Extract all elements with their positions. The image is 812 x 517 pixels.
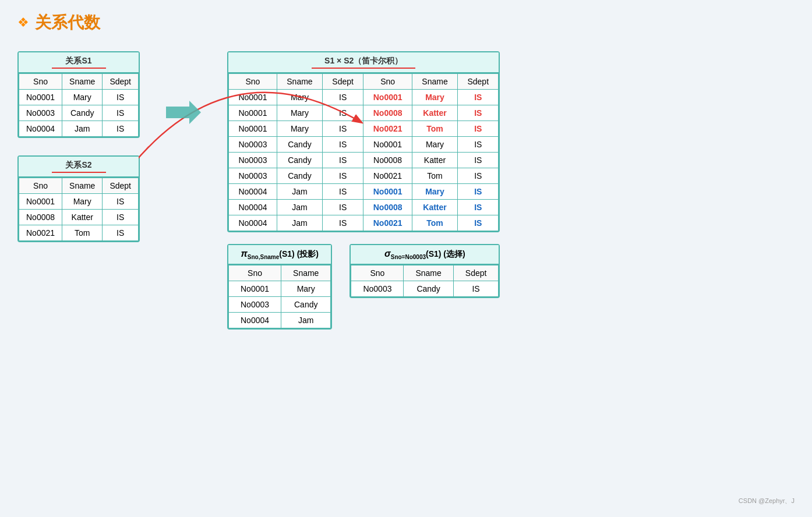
product-data-table: Sno Sname Sdept Sno Sname Sdept No0001Ma… (228, 73, 499, 231)
prod-h5: Sname (412, 74, 457, 90)
right-area: S1 × S2（笛卡尔积） Sno Sname Sdept Sno Sname … (227, 51, 500, 330)
svg-marker-0 (166, 101, 201, 124)
product-title: S1 × S2（笛卡尔积） (228, 52, 499, 73)
watermark: CSDN @Zephyr、J (739, 497, 795, 505)
sel-h3: Sdept (453, 265, 499, 281)
table-row: No0003Candy (229, 296, 331, 312)
product-table: S1 × S2（笛卡尔积） Sno Sname Sdept Sno Sname … (227, 51, 500, 232)
main-layout: 关系S1 Sno Sname Sdept No0001MaryISNo0003C… (17, 51, 795, 330)
selection-title: σSno=No0003(S1) (选择) (351, 245, 499, 265)
bottom-tables: πSno,Sname(S1) (投影) Sno Sname No0001Mary… (227, 244, 500, 330)
prod-h6: Sdept (458, 74, 499, 90)
projection-title: πSno,Sname(S1) (投影) (228, 245, 331, 265)
title-icon: ❖ (17, 15, 29, 30)
projection-formula: πSno,Sname(S1) (投影) (241, 249, 319, 258)
selection-data-table: Sno Sname Sdept No0003CandyIS (351, 265, 499, 297)
page-title: 关系代数 (35, 12, 100, 34)
right-arrow (163, 98, 204, 127)
s1-col-sname: Sname (62, 74, 103, 90)
table-row: No0004JamISNo0008KatterIS (229, 200, 499, 215)
table-row: No0003CandyISNo0001MaryIS (229, 137, 499, 153)
proj-h2: Sname (281, 265, 331, 281)
table-row: No0001MaryIS (19, 194, 139, 210)
s1-title: 关系S1 (19, 52, 139, 73)
table-row: No0004JamISNo0001MaryIS (229, 184, 499, 200)
s1-title-underline (52, 68, 106, 69)
prod-h3: Sdept (323, 74, 363, 90)
s1-table: 关系S1 Sno Sname Sdept No0001MaryISNo0003C… (17, 51, 140, 138)
table-row: No0003CandyIS (351, 281, 499, 296)
selection-table: σSno=No0003(S1) (选择) Sno Sname Sdept No0… (349, 244, 500, 298)
s2-title: 关系S2 (19, 157, 139, 178)
selection-formula: σSno=No0003(S1) (选择) (384, 249, 465, 258)
prod-h2: Sname (277, 74, 322, 90)
sel-h1: Sno (351, 265, 404, 281)
s1-col-sdept: Sdept (103, 74, 139, 90)
sel-h2: Sname (404, 265, 453, 281)
proj-h1: Sno (229, 265, 281, 281)
page-title-section: ❖ 关系代数 (17, 12, 795, 34)
table-row: No0004Jam (229, 312, 331, 328)
s2-col-sname: Sname (62, 178, 103, 194)
table-row: No0001MaryISNo0021TomIS (229, 121, 499, 137)
table-row: No0003CandyISNo0008KatterIS (229, 153, 499, 168)
table-row: No0004JamIS (19, 121, 139, 137)
s1-data-table: Sno Sname Sdept No0001MaryISNo0003CandyI… (19, 73, 139, 137)
prod-h1: Sno (229, 74, 277, 90)
table-row: No0003CandyIS (19, 105, 139, 121)
arrow-area (163, 98, 204, 127)
table-row: No0001Mary (229, 281, 331, 296)
projection-data-table: Sno Sname No0001MaryNo0003CandyNo0004Jam (228, 265, 331, 328)
s2-col-sdept: Sdept (103, 178, 139, 194)
table-row: No0008KatterIS (19, 210, 139, 225)
table-row: No0001MaryISNo0001MaryIS (229, 90, 499, 105)
table-row: No0001MaryIS (19, 90, 139, 105)
s2-title-underline (52, 172, 106, 173)
table-row: No0003CandyISNo0021TomIS (229, 168, 499, 184)
left-tables: 关系S1 Sno Sname Sdept No0001MaryISNo0003C… (17, 51, 140, 242)
table-row: No0001MaryISNo0008KatterIS (229, 105, 499, 121)
table-row: No0004JamISNo0021TomIS (229, 215, 499, 231)
table-row: No0021TomIS (19, 225, 139, 241)
s2-data-table: Sno Sname Sdept No0001MaryISNo0008Katter… (19, 178, 139, 241)
prod-h4: Sno (363, 74, 412, 90)
product-title-underline (312, 68, 415, 69)
s2-col-sno: Sno (19, 178, 62, 194)
projection-table: πSno,Sname(S1) (投影) Sno Sname No0001Mary… (227, 244, 332, 330)
s2-table: 关系S2 Sno Sname Sdept No0001MaryISNo0008K… (17, 155, 140, 242)
s1-col-sno: Sno (19, 74, 62, 90)
